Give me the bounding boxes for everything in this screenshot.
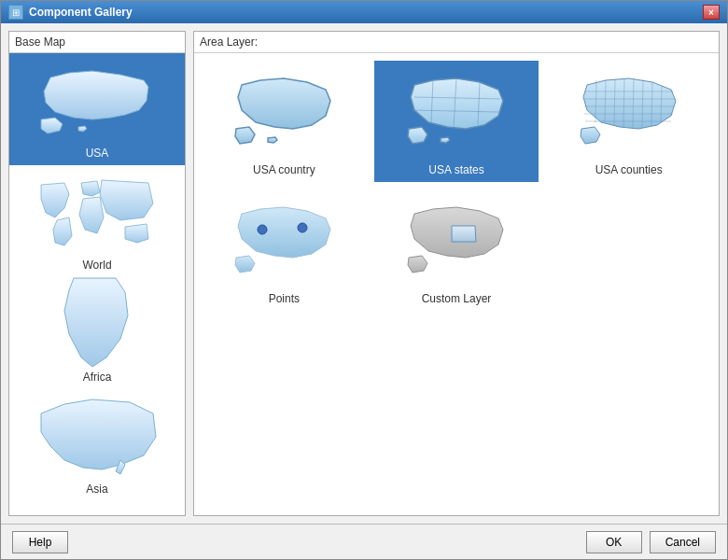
right-panel: Area Layer: — [193, 31, 720, 516]
window-icon: ⊞ — [8, 5, 23, 20]
area-points-label: Points — [269, 292, 300, 305]
points-thumbnail — [232, 195, 335, 288]
area-grid: USA country — [194, 53, 719, 515]
window-title: Component Gallery — [29, 6, 133, 19]
right-panel-label: Area Layer: — [194, 32, 719, 53]
area-usa-counties-label: USA counties — [595, 163, 663, 176]
left-panel-label: Base Map — [9, 32, 185, 52]
area-usa-country-label: USA country — [253, 163, 315, 176]
basemap-world-label: World — [82, 259, 111, 272]
usa-counties-thumbnail — [578, 66, 680, 160]
world-thumbnail — [32, 171, 162, 255]
area-item-custom[interactable]: Custom Layer — [374, 189, 539, 311]
bottom-right-buttons: OK Cancel — [586, 531, 716, 553]
content-area: Base Map — [1, 23, 727, 524]
area-usa-states-label: USA states — [428, 163, 483, 176]
area-item-usa-states[interactable]: USA states — [374, 61, 539, 182]
basemap-item-usa[interactable]: USA — [9, 53, 185, 165]
svg-point-18 — [258, 225, 267, 234]
area-item-usa-country[interactable]: USA country — [202, 61, 367, 182]
area-item-points[interactable]: Points — [202, 189, 367, 311]
custom-thumbnail — [405, 195, 508, 288]
basemap-item-asia[interactable]: Asia — [9, 389, 185, 501]
ok-button[interactable]: OK — [586, 531, 642, 553]
title-bar: ⊞ Component Gallery × — [1, 1, 727, 23]
asia-thumbnail — [32, 395, 162, 479]
usa-states-thumbnail — [405, 66, 508, 160]
usa-thumbnail — [32, 59, 162, 143]
left-panel-scroll[interactable]: USA — [9, 52, 185, 515]
help-button[interactable]: Help — [12, 531, 68, 553]
component-gallery-window: ⊞ Component Gallery × Base Map — [0, 0, 728, 560]
left-panel: Base Map — [8, 31, 186, 516]
basemap-usa-label: USA — [86, 147, 109, 160]
basemap-item-africa[interactable]: Africa — [9, 277, 185, 389]
title-bar-left: ⊞ Component Gallery — [8, 5, 133, 20]
usa-country-thumbnail — [232, 66, 335, 160]
basemap-item-world[interactable]: World — [9, 165, 185, 277]
cancel-button[interactable]: Cancel — [650, 531, 716, 553]
bottom-bar: Help OK Cancel — [1, 524, 727, 559]
area-item-usa-counties[interactable]: USA counties — [546, 61, 711, 182]
close-button[interactable]: × — [703, 5, 720, 20]
basemap-asia-label: Asia — [86, 483, 107, 496]
basemap-africa-label: Africa — [83, 371, 112, 384]
africa-thumbnail — [32, 283, 162, 367]
svg-point-19 — [298, 223, 307, 232]
area-custom-label: Custom Layer — [422, 292, 492, 305]
